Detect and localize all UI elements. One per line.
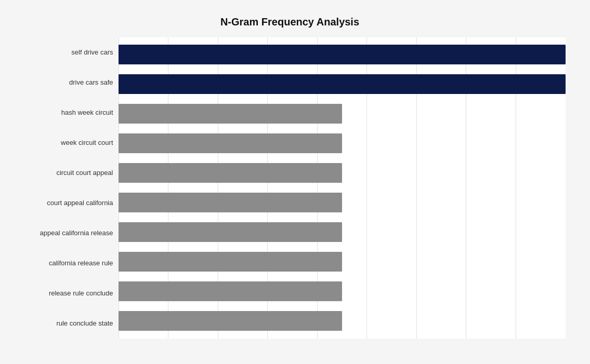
y-axis-label: appeal california release bbox=[40, 220, 113, 247]
y-axis-label: self drive cars bbox=[71, 39, 113, 66]
bar-row bbox=[119, 102, 566, 126]
y-axis: self drive carsdrive cars safehash week … bbox=[15, 37, 119, 339]
bar-row bbox=[119, 43, 566, 66]
bar-row bbox=[119, 279, 566, 303]
bar bbox=[119, 133, 342, 153]
bar bbox=[119, 45, 566, 64]
chart-title: N-Gram Frequency Analysis bbox=[15, 16, 566, 28]
bar bbox=[119, 281, 342, 301]
bar-row bbox=[119, 191, 566, 214]
y-axis-label: california release rule bbox=[49, 250, 113, 277]
y-axis-label: circuit court appeal bbox=[56, 159, 113, 186]
bar-row bbox=[119, 131, 566, 155]
y-axis-label: hash week circuit bbox=[61, 99, 113, 126]
bar-row bbox=[119, 250, 566, 274]
bars-wrapper bbox=[119, 37, 566, 339]
plot-area bbox=[119, 37, 566, 339]
y-axis-label: court appeal california bbox=[47, 190, 113, 217]
bar bbox=[119, 252, 342, 272]
bar bbox=[119, 193, 342, 212]
y-axis-label: drive cars safe bbox=[69, 69, 113, 96]
bar bbox=[119, 163, 342, 183]
chart-area: self drive carsdrive cars safehash week … bbox=[15, 37, 566, 339]
bar-row bbox=[119, 72, 566, 96]
bar bbox=[119, 104, 342, 124]
bar bbox=[119, 222, 342, 242]
bar bbox=[119, 74, 566, 94]
chart-container: N-Gram Frequency Analysis self drive car… bbox=[9, 6, 581, 359]
bar-row bbox=[119, 309, 566, 333]
y-axis-label: rule conclude state bbox=[56, 310, 113, 337]
bar-row bbox=[119, 161, 566, 185]
y-axis-label: week circuit court bbox=[61, 129, 113, 156]
bar-row bbox=[119, 220, 566, 244]
y-axis-label: release rule conclude bbox=[49, 280, 113, 307]
bar bbox=[119, 311, 342, 331]
